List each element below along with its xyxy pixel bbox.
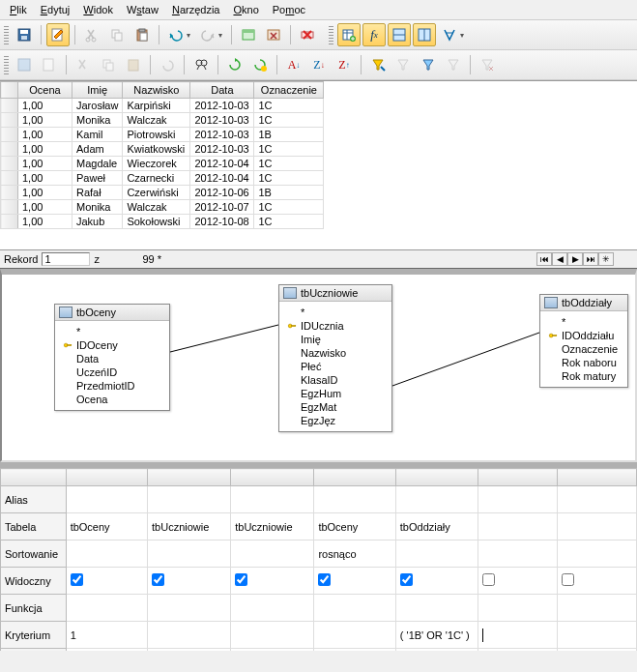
table-row[interactable]: 1,00MagdaleWieczorek2012-10-041C: [1, 157, 324, 171]
design-cell[interactable]: [66, 568, 147, 595]
record-current[interactable]: [42, 252, 90, 266]
design-cell[interactable]: [395, 595, 478, 622]
nav-first-icon[interactable]: ⏮: [536, 252, 552, 266]
table-field[interactable]: Oznaczenie: [548, 342, 620, 356]
clear-query-icon[interactable]: [262, 23, 285, 46]
sort-custom-icon[interactable]: Z↑: [333, 53, 356, 76]
table-field[interactable]: Rok matury: [548, 369, 620, 383]
table-field[interactable]: UczeńID: [63, 365, 161, 379]
undo-dropdown[interactable]: ▾: [187, 31, 194, 40]
design-cell[interactable]: [314, 622, 395, 649]
design-cell[interactable]: [395, 486, 478, 513]
design-cell[interactable]: [231, 568, 314, 595]
design-cell[interactable]: [558, 568, 637, 595]
table-field[interactable]: Data: [63, 352, 161, 365]
table-field[interactable]: Nazwisko: [287, 346, 384, 360]
menu-pomoc[interactable]: Pomoc: [267, 2, 311, 17]
design-col-head[interactable]: [314, 469, 395, 486]
redo-dropdown[interactable]: ▾: [218, 31, 226, 40]
visible-checkbox[interactable]: [235, 573, 247, 586]
design-cell[interactable]: [314, 595, 395, 622]
design-cell[interactable]: [558, 649, 637, 652]
table-field[interactable]: IDOddziału: [548, 329, 620, 342]
table-field[interactable]: Imię: [287, 333, 384, 346]
run-query-icon[interactable]: [237, 23, 260, 46]
filter-icon[interactable]: [417, 53, 440, 76]
design-view2-icon[interactable]: [413, 23, 436, 46]
col-imie[interactable]: Imię: [72, 82, 123, 99]
design-cell[interactable]: [148, 568, 231, 595]
table-field[interactable]: Ocena: [63, 393, 161, 406]
col-data[interactable]: Data: [190, 82, 254, 99]
design-cell[interactable]: [231, 541, 314, 568]
design-cell[interactable]: [558, 541, 637, 568]
distinct-icon[interactable]: [438, 23, 461, 46]
table-tboceny[interactable]: tbOceny *IDOcenyDataUczeńIDPrzedmiotIDOc…: [54, 304, 170, 411]
save-record-icon[interactable]: [13, 53, 36, 76]
design-view1-icon[interactable]: [388, 23, 411, 46]
design-cell[interactable]: [66, 649, 147, 652]
design-col-head[interactable]: [148, 469, 231, 486]
nav-next-icon[interactable]: ▶: [567, 252, 583, 266]
design-col-head[interactable]: [478, 469, 558, 486]
table-tboddzialy[interactable]: tbOddziały *IDOddziałuOznaczenieRok nabo…: [539, 294, 628, 388]
design-cell[interactable]: [231, 649, 314, 652]
design-cell[interactable]: [314, 486, 395, 513]
table-row[interactable]: 1,00AdamKwiatkowski2012-10-031C: [1, 142, 324, 157]
redo-icon[interactable]: [196, 23, 219, 46]
design-grid-pane[interactable]: AliasTabelatbOcenytbUczniowietbUczniowie…: [0, 462, 637, 651]
table-tbuczniowie[interactable]: tbUczniowie *IDUczniaImięNazwiskoPłećKla…: [278, 284, 392, 432]
nav-prev-icon[interactable]: ◀: [552, 252, 567, 266]
design-cell[interactable]: [478, 622, 558, 649]
visible-checkbox[interactable]: [562, 573, 574, 586]
table-row[interactable]: 1,00JarosławKarpiński2012-10-031C: [1, 99, 324, 113]
table-field[interactable]: IDOceny: [63, 338, 161, 352]
design-cell[interactable]: rosnąco: [314, 541, 395, 568]
table-row[interactable]: 1,00RafałCzerwiński2012-10-061B: [1, 186, 324, 200]
table-field[interactable]: EgzJęz: [287, 414, 384, 427]
refresh-icon[interactable]: [223, 53, 246, 76]
paste-icon[interactable]: [130, 23, 154, 46]
distinct-dropdown[interactable]: ▾: [460, 31, 468, 40]
remove-filter-icon[interactable]: [476, 53, 499, 76]
table-row[interactable]: 1,00PawełCzarnecki2012-10-041C: [1, 171, 324, 186]
table-field[interactable]: EgzMat: [287, 400, 384, 414]
design-cell[interactable]: tbOceny: [314, 513, 395, 541]
sort-asc-icon[interactable]: A↓: [282, 53, 305, 76]
design-col-head[interactable]: [395, 469, 478, 486]
design-cell[interactable]: 1: [66, 622, 147, 649]
design-cell[interactable]: [395, 649, 478, 652]
toolbar-grip-3[interactable]: [4, 55, 9, 74]
visible-checkbox[interactable]: [400, 573, 413, 586]
sort-desc-icon[interactable]: Z↓: [307, 53, 331, 76]
result-grid[interactable]: Ocena Imię Nazwisko Data Oznaczenie 1,00…: [0, 80, 637, 249]
design-col-head[interactable]: [66, 469, 147, 486]
visible-checkbox[interactable]: [71, 573, 83, 586]
paste2-icon[interactable]: [122, 53, 145, 76]
col-ocena[interactable]: Ocena: [18, 82, 72, 99]
menu-edytuj[interactable]: Edytuj: [35, 2, 76, 17]
design-cell[interactable]: [478, 486, 558, 513]
design-cell[interactable]: [478, 568, 558, 595]
autorefresh-icon[interactable]: [248, 53, 272, 76]
table-field[interactable]: KlasaID: [287, 373, 384, 387]
design-cell[interactable]: [148, 622, 231, 649]
table-row[interactable]: 1,00KamilPiotrowski2012-10-031B: [1, 128, 324, 142]
save-icon[interactable]: [13, 23, 36, 46]
design-cell[interactable]: [558, 513, 637, 541]
diagram-pane[interactable]: tbOceny *IDOcenyDataUczeńIDPrzedmiotIDOc…: [0, 269, 637, 462]
autofilter-icon[interactable]: [366, 53, 390, 76]
nav-last-icon[interactable]: ⏭: [583, 252, 598, 266]
design-cell[interactable]: [148, 649, 231, 652]
visible-checkbox[interactable]: [152, 573, 164, 586]
visible-checkbox[interactable]: [482, 573, 495, 586]
table-field[interactable]: IDUcznia: [287, 319, 384, 333]
standardfilter-icon[interactable]: [391, 53, 415, 76]
design-col-head[interactable]: [231, 469, 314, 486]
table-field[interactable]: Płeć: [287, 360, 384, 373]
design-cell[interactable]: [148, 486, 231, 513]
edit-icon[interactable]: [46, 23, 70, 46]
grid-corner[interactable]: [1, 82, 18, 99]
cut2-icon[interactable]: [72, 53, 95, 76]
table-row[interactable]: 1,00MonikaWalczak2012-10-071C: [1, 200, 324, 215]
